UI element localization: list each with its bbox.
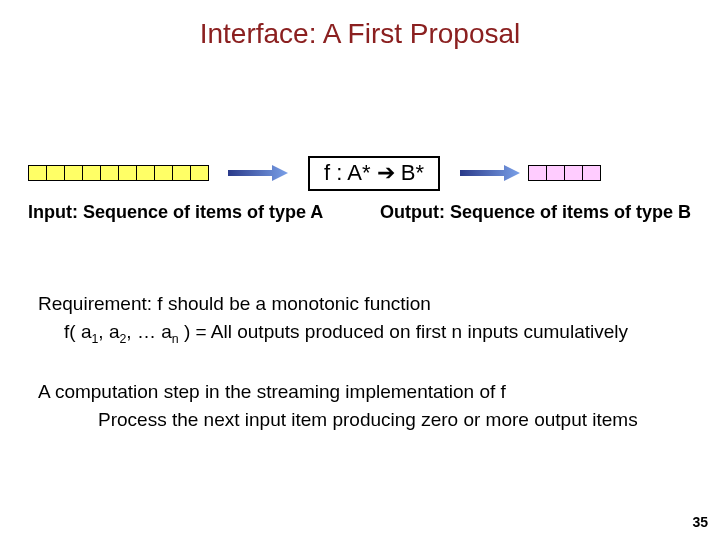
output-cell bbox=[528, 165, 547, 181]
arrow-glyph-icon: ➔ bbox=[377, 160, 395, 185]
text: , a bbox=[98, 321, 119, 342]
subscript: n bbox=[172, 331, 179, 345]
diagram: f : A* ➔ B* bbox=[28, 160, 692, 190]
svg-marker-0 bbox=[228, 165, 288, 181]
fbox-lhs: f : A* bbox=[324, 160, 377, 185]
output-cell bbox=[546, 165, 565, 181]
input-cell bbox=[64, 165, 83, 181]
computation-text: A computation step in the streaming impl… bbox=[38, 378, 638, 433]
input-cell bbox=[190, 165, 209, 181]
input-cell bbox=[172, 165, 191, 181]
fbox-rhs: B* bbox=[395, 160, 424, 185]
svg-marker-1 bbox=[460, 165, 520, 181]
function-box: f : A* ➔ B* bbox=[308, 156, 440, 191]
requirement-line2: f( a1, a2, … an ) = All outputs produced… bbox=[64, 318, 628, 349]
arrow-right-icon bbox=[228, 164, 288, 182]
input-cell bbox=[82, 165, 101, 181]
input-cell bbox=[46, 165, 65, 181]
input-caption: Input: Sequence of items of type A bbox=[28, 202, 323, 223]
output-sequence-boxes bbox=[528, 165, 600, 181]
input-cell bbox=[28, 165, 47, 181]
computation-line1: A computation step in the streaming impl… bbox=[38, 378, 638, 406]
input-cell bbox=[136, 165, 155, 181]
text: , … a bbox=[126, 321, 171, 342]
output-cell bbox=[582, 165, 601, 181]
requirement-line1: Requirement: f should be a monotonic fun… bbox=[38, 290, 628, 318]
input-cell bbox=[154, 165, 173, 181]
output-cell bbox=[564, 165, 583, 181]
output-caption: Output: Sequence of items of type B bbox=[380, 202, 691, 223]
page-number: 35 bbox=[692, 514, 708, 530]
computation-line2: Process the next input item producing ze… bbox=[98, 406, 638, 434]
arrow-right-icon bbox=[460, 164, 520, 182]
text: ) = All outputs produced on first n inpu… bbox=[179, 321, 628, 342]
slide-title: Interface: A First Proposal bbox=[0, 18, 720, 50]
slide: Interface: A First Proposal f : A* ➔ B* bbox=[0, 0, 720, 540]
input-sequence-boxes bbox=[28, 165, 208, 181]
input-cell bbox=[118, 165, 137, 181]
text: f( a bbox=[64, 321, 91, 342]
input-cell bbox=[100, 165, 119, 181]
requirement-text: Requirement: f should be a monotonic fun… bbox=[38, 290, 628, 348]
